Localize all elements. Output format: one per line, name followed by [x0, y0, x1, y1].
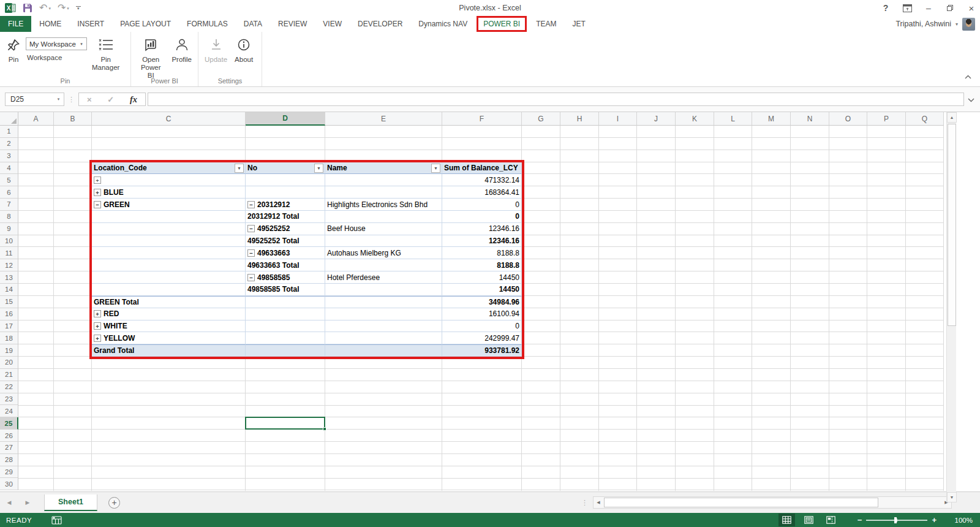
sheet-nav-right-icon[interactable]: ▶ — [18, 499, 37, 506]
column-header-D[interactable]: D — [246, 112, 325, 126]
ribbon-tab-developer[interactable]: DEVELOPER — [350, 16, 410, 32]
horizontal-scrollbar[interactable]: ◀ ▶ — [593, 496, 952, 509]
combobox-dropdown-icon[interactable]: ▾ — [77, 38, 86, 50]
column-header-J[interactable]: J — [637, 112, 676, 126]
row-header-10[interactable]: 10 — [0, 235, 18, 248]
row-header-16[interactable]: 16 — [0, 308, 18, 320]
minimize-icon[interactable]: – — [924, 2, 933, 13]
row-header-9[interactable]: 9 — [0, 223, 18, 235]
formula-input[interactable] — [148, 93, 964, 106]
collapse-icon[interactable]: − — [247, 201, 255, 208]
column-header-G[interactable]: G — [522, 112, 560, 126]
ribbon-tab-file[interactable]: FILE — [0, 16, 31, 32]
row-header-15[interactable]: 15 — [0, 296, 18, 308]
row-header-26[interactable]: 26 — [0, 430, 18, 442]
ribbon-tab-dynamics-nav[interactable]: Dynamics NAV — [410, 16, 475, 32]
sheet-nav-left-icon[interactable]: ◀ — [0, 499, 18, 506]
user-avatar[interactable] — [962, 18, 975, 31]
column-header-B[interactable]: B — [54, 112, 92, 126]
ribbon-tab-data[interactable]: DATA — [236, 16, 270, 32]
pin-button[interactable]: Pin — [2, 33, 24, 64]
collapse-icon[interactable]: − — [247, 249, 255, 257]
row-header-1[interactable]: 1 — [0, 126, 18, 138]
row-header-3[interactable]: 3 — [0, 150, 18, 162]
restore-icon[interactable] — [945, 2, 955, 13]
column-header-F[interactable]: F — [442, 112, 522, 126]
row-header-8[interactable]: 8 — [0, 211, 18, 223]
ribbon-tab-home[interactable]: HOME — [31, 16, 69, 32]
row-header-5[interactable]: 5 — [0, 174, 18, 186]
expand-icon[interactable]: + — [94, 335, 101, 342]
row-header-11[interactable]: 11 — [0, 247, 18, 259]
row-header-25[interactable]: 25 — [0, 417, 18, 430]
sheet-tab-sheet1[interactable]: Sheet1 — [44, 495, 97, 511]
zoom-thumb[interactable] — [894, 517, 897, 523]
expand-icon[interactable]: + — [94, 310, 101, 317]
column-header-Q[interactable]: Q — [906, 112, 944, 126]
row-header-12[interactable]: 12 — [0, 259, 18, 271]
ribbon-tab-team[interactable]: TEAM — [528, 16, 564, 32]
row-header-22[interactable]: 22 — [0, 381, 18, 393]
zoom-out-icon[interactable]: − — [853, 515, 867, 525]
open-power-bi-button[interactable]: Open Power BI — [134, 33, 168, 80]
cancel-icon[interactable]: × — [87, 95, 92, 104]
row-header-6[interactable]: 6 — [0, 186, 18, 199]
scroll-down-icon[interactable]: ▼ — [947, 492, 957, 502]
column-header-C[interactable]: C — [92, 112, 246, 126]
row-header-28[interactable]: 28 — [0, 454, 18, 466]
help-icon[interactable]: ? — [881, 2, 891, 13]
row-header-14[interactable]: 14 — [0, 284, 18, 296]
ribbon-tab-review[interactable]: REVIEW — [270, 16, 315, 32]
ribbon-display-options-icon[interactable] — [902, 2, 912, 13]
about-button[interactable]: About — [231, 33, 257, 64]
ribbon-tab-view[interactable]: VIEW — [315, 16, 350, 32]
scroll-left-icon[interactable]: ◀ — [594, 497, 603, 508]
column-header-A[interactable]: A — [18, 112, 54, 126]
column-header-P[interactable]: P — [867, 112, 906, 126]
row-header-2[interactable]: 2 — [0, 138, 18, 150]
enter-icon[interactable]: ✓ — [107, 95, 114, 104]
column-header-L[interactable]: L — [714, 112, 752, 126]
new-sheet-icon[interactable]: + — [108, 497, 120, 509]
vertical-scrollbar[interactable]: ▲ ▼ — [946, 112, 956, 502]
collapse-icon[interactable]: − — [247, 225, 255, 232]
column-header-O[interactable]: O — [829, 112, 867, 126]
row-header-13[interactable]: 13 — [0, 271, 18, 284]
insert-function-icon[interactable]: fx — [130, 94, 137, 105]
zoom-in-icon[interactable]: + — [927, 515, 941, 525]
row-header-23[interactable]: 23 — [0, 393, 18, 406]
column-header-N[interactable]: N — [791, 112, 829, 126]
tabbar-drag-handle[interactable]: ⋮ — [581, 499, 588, 507]
profile-button[interactable]: Profile — [168, 33, 195, 64]
page-break-preview-button[interactable] — [823, 514, 839, 526]
scroll-up-icon[interactable]: ▲ — [947, 112, 957, 123]
user-dropdown-icon[interactable]: ▾ — [956, 21, 958, 27]
row-header-27[interactable]: 27 — [0, 442, 18, 454]
expand-icon[interactable]: + — [94, 322, 101, 330]
row-header-19[interactable]: 19 — [0, 344, 18, 357]
ribbon-tab-formulas[interactable]: FORMULAS — [179, 16, 236, 32]
select-all-corner[interactable] — [0, 112, 18, 126]
expand-formula-bar-icon[interactable] — [968, 94, 974, 105]
expand-icon[interactable]: + — [94, 176, 101, 184]
collapse-icon[interactable]: − — [94, 201, 101, 208]
close-icon[interactable]: × — [967, 2, 976, 13]
row-header-30[interactable]: 30 — [0, 478, 18, 490]
column-header-I[interactable]: I — [599, 112, 637, 126]
ribbon-tab-jet[interactable]: JET — [565, 16, 594, 32]
column-header-E[interactable]: E — [325, 112, 442, 126]
row-header-29[interactable]: 29 — [0, 466, 18, 479]
filter-dropdown-icon[interactable]: ▼ — [314, 164, 323, 173]
pin-manager-button[interactable]: Pin Manager — [88, 33, 123, 72]
user-account[interactable]: Tripathi, Ashwini ▾ — [895, 16, 980, 32]
ribbon-tab-insert[interactable]: INSERT — [69, 16, 112, 32]
row-header-17[interactable]: 17 — [0, 320, 18, 333]
column-header-K[interactable]: K — [676, 112, 714, 126]
fill-handle[interactable] — [323, 427, 326, 431]
zoom-track[interactable] — [866, 520, 927, 521]
row-header-18[interactable]: 18 — [0, 332, 18, 344]
vertical-scrollbar-thumb[interactable] — [948, 124, 956, 326]
workspace-combobox[interactable]: My Workspace ▾ — [26, 37, 87, 50]
ribbon-tab-power-bi[interactable]: POWER BI — [477, 16, 527, 32]
name-box-dropdown-icon[interactable]: ▾ — [53, 93, 64, 105]
